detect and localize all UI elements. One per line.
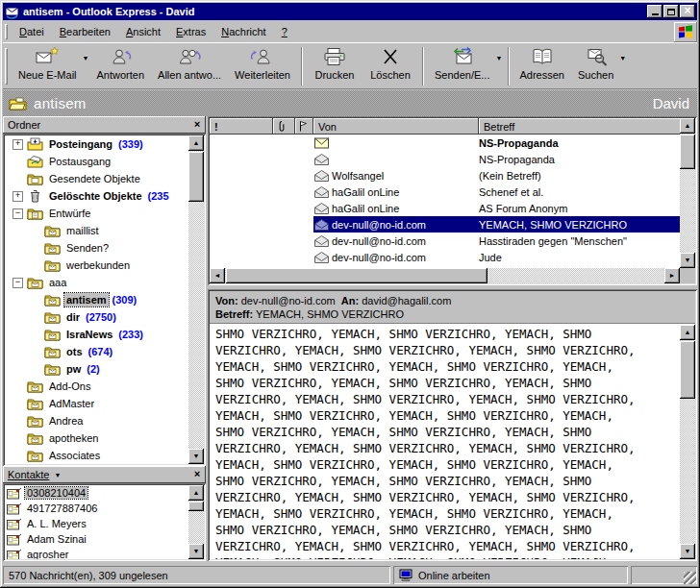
folder-label[interactable]: Associates xyxy=(47,449,102,462)
folder-label[interactable]: Entwürfe xyxy=(47,207,92,220)
folder-tree-item[interactable]: Senden? xyxy=(5,239,188,257)
folder-tree-item[interactable]: antisem (309) xyxy=(5,291,188,308)
contact-item[interactable]: 0308210404 xyxy=(5,485,188,501)
message-row[interactable]: dev-null@no-id.com Hasstiraden gegen "Me… xyxy=(210,233,682,249)
message-row[interactable]: dev-null@no-id.com YEMACH, SHMO VERZICHR… xyxy=(210,216,682,233)
delete-button[interactable]: ▼ Löschen xyxy=(362,44,418,88)
folder-tree-item[interactable]: apotheken xyxy=(5,429,188,447)
folder-tree-item[interactable]: Associates xyxy=(5,447,188,464)
menu-item-datei[interactable]: Datei xyxy=(12,23,52,40)
scroll-down-icon[interactable]: ▼ xyxy=(680,544,695,559)
preview-scrollbar[interactable]: ▲ ▼ xyxy=(680,325,695,559)
folder-tree-item[interactable]: werbekunden xyxy=(5,257,188,274)
folder-label[interactable]: aaa xyxy=(47,276,68,289)
folder-label[interactable]: Posteingang xyxy=(47,137,114,151)
dropdown-arrow-icon[interactable]: ▼ xyxy=(83,55,89,61)
folder-label[interactable]: Senden? xyxy=(64,241,111,255)
folder-label[interactable]: Andrea xyxy=(47,414,85,428)
folder-tree-item[interactable]: IsraNews (233) xyxy=(5,326,188,343)
scroll-left-icon[interactable]: ◄ xyxy=(210,268,225,283)
contacts-pane-title[interactable]: Kontakte xyxy=(8,469,49,480)
folder-label[interactable]: Postausgang xyxy=(47,155,112,168)
dropdown-arrow-icon[interactable]: ▼ xyxy=(619,55,626,61)
message-row[interactable]: NS-Propaganda xyxy=(210,135,682,151)
message-row[interactable]: haGalil onLine AS Forum Anonym xyxy=(210,200,682,216)
menu-item-nachricht[interactable]: Nachricht xyxy=(213,23,273,40)
scroll-up-icon[interactable]: ▲ xyxy=(188,135,204,151)
folder-tree-item[interactable]: Andrea xyxy=(5,412,188,429)
folder-label[interactable]: Gelöschte Objekte xyxy=(47,189,144,203)
folder-tree-item[interactable]: AdMaster xyxy=(5,395,188,412)
folder-tree-item[interactable]: dir (2750) xyxy=(5,308,188,326)
tree-expander-icon[interactable]: − xyxy=(12,208,23,219)
scroll-down-icon[interactable]: ▼ xyxy=(188,544,204,559)
message-row[interactable]: dev-null@no-id.com Jude xyxy=(210,249,682,265)
message-list-hscroll-thumb[interactable] xyxy=(226,268,488,283)
find-button[interactable]: ▼ Suchen xyxy=(571,44,627,88)
forward-button[interactable]: ▼ Weiterleiten xyxy=(228,44,297,88)
scroll-right-icon[interactable]: ► xyxy=(664,268,680,283)
folder-tree-item[interactable]: Gesendete Objekte xyxy=(5,170,188,187)
message-row[interactable]: NS-Propaganda xyxy=(210,151,682,167)
folder-tree-item[interactable]: pw (2) xyxy=(5,360,188,378)
folder-tree-scroll-thumb[interactable] xyxy=(188,152,204,202)
folder-tree-item[interactable]: − Entwürfe xyxy=(5,205,188,222)
column-header-betreff[interactable]: Betreff xyxy=(479,118,682,135)
contact-item[interactable]: A. L. Meyers xyxy=(5,516,188,531)
folder-tree-item[interactable]: Add-Ons xyxy=(5,378,188,395)
folder-label[interactable]: Add-Ons xyxy=(47,380,92,393)
folder-label[interactable]: maillist xyxy=(64,224,101,237)
folder-label[interactable]: Gesendete Objekte xyxy=(47,172,142,185)
menu-item-?[interactable]: ? xyxy=(274,23,295,40)
tree-expander-icon[interactable]: + xyxy=(12,139,23,150)
scroll-up-icon[interactable]: ▲ xyxy=(188,485,204,501)
tree-expander-icon[interactable]: + xyxy=(12,191,23,202)
folder-tree-scrollbar[interactable]: ▲ ▼ xyxy=(188,135,204,464)
menu-grip[interactable] xyxy=(5,24,8,39)
scroll-up-icon[interactable]: ▲ xyxy=(680,325,695,340)
scroll-down-icon[interactable]: ▼ xyxy=(188,449,204,464)
contact-item[interactable]: agrosher xyxy=(5,547,188,559)
paperclip-column-header[interactable] xyxy=(273,118,295,135)
contacts-scrollbar[interactable]: ▲ ▼ xyxy=(188,485,204,559)
column-header-von[interactable]: Von xyxy=(313,118,479,135)
contacts-scroll-thumb[interactable] xyxy=(188,502,204,511)
menu-item-ansicht[interactable]: Ansicht xyxy=(118,23,168,40)
message-row[interactable]: Wolfsangel (Kein Betreff) xyxy=(210,167,682,184)
message-list-hscrollbar[interactable]: ◄ ► xyxy=(210,268,680,283)
message-list-scroll-thumb[interactable] xyxy=(680,135,695,169)
message-row[interactable]: haGalil onLine Schenef et al. xyxy=(210,184,682,200)
new-mail-button[interactable]: ▼ Neue E-Mail xyxy=(12,44,90,88)
folder-label[interactable]: AdMaster xyxy=(47,397,96,410)
folder-label[interactable]: apotheken xyxy=(47,431,100,445)
title-bar[interactable]: antisem - Outlook Express - David × xyxy=(3,3,697,20)
close-button[interactable]: × xyxy=(680,5,695,18)
folder-label[interactable]: antisem xyxy=(64,293,109,306)
chevron-down-icon[interactable]: ▼ xyxy=(54,472,61,478)
close-folders-pane-button[interactable]: × xyxy=(190,119,204,132)
reply-button[interactable]: ▼ Antworten xyxy=(90,44,152,88)
folder-tree-item[interactable]: + Posteingang (339) xyxy=(5,135,188,153)
folder-tree-item[interactable]: maillist xyxy=(5,222,188,239)
folder-label[interactable]: pw xyxy=(64,362,83,376)
addresses-button[interactable]: ▼ Adressen xyxy=(513,44,571,88)
minimize-button[interactable] xyxy=(647,5,662,18)
folder-label[interactable]: dir xyxy=(64,310,82,324)
flag-column-header[interactable] xyxy=(295,118,313,135)
preview-scroll-thumb[interactable] xyxy=(680,341,695,399)
scroll-up-icon[interactable]: ▲ xyxy=(680,118,695,134)
resize-grip[interactable] xyxy=(684,572,696,584)
send-receive-button[interactable]: ▼ Senden/E... xyxy=(428,44,504,88)
menu-item-extras[interactable]: Extras xyxy=(168,23,213,40)
dropdown-arrow-icon[interactable]: ▼ xyxy=(496,55,503,61)
tree-expander-icon[interactable]: − xyxy=(12,278,23,288)
folder-tree-item[interactable]: Postausgang xyxy=(5,153,188,170)
message-list-vscrollbar[interactable]: ▲ ▼ xyxy=(680,118,695,268)
contact-item[interactable]: 491727887406 xyxy=(5,501,188,516)
reply-all-button[interactable]: ▼ Allen antwo... xyxy=(151,44,228,88)
maximize-button[interactable] xyxy=(663,5,679,18)
contact-item[interactable]: Adam Szinai xyxy=(5,531,188,547)
scroll-down-icon[interactable]: ▼ xyxy=(680,253,695,268)
close-contacts-pane-button[interactable]: × xyxy=(190,469,204,481)
folder-label[interactable]: IsraNews xyxy=(64,328,114,341)
